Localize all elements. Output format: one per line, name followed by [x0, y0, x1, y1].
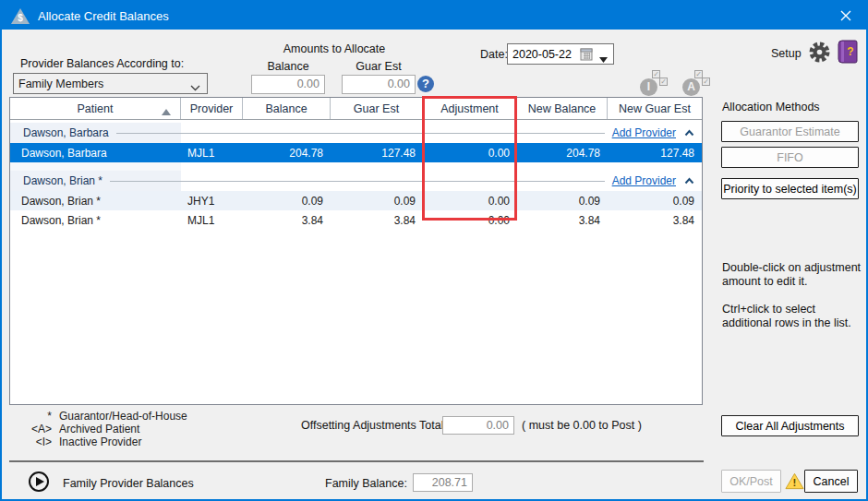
offsetting-total-label: Offsetting Adjustments Total: [301, 419, 447, 432]
tip-ctrl-click: Ctrl+click to select additional rows in … [722, 303, 868, 330]
column-header-patient[interactable]: Patient [10, 98, 181, 119]
add-provider-link[interactable]: Add Provider [612, 174, 676, 187]
offsetting-note: ( must be 0.00 to Post ) [522, 419, 642, 432]
legend-star-text: Guarantor/Head-of-House [59, 410, 187, 423]
legend-inactive-text: Inactive Provider [59, 435, 141, 448]
collapse-caret-icon[interactable] [684, 177, 694, 185]
table-header: Patient Provider Balance Guar Est Adjust… [10, 98, 702, 120]
cancel-button[interactable]: Cancel [804, 470, 858, 493]
title-bar: $ Allocate Credit Balances [2, 2, 866, 30]
legend-archived-text: Archived Patient [59, 423, 139, 435]
footer-divider [9, 460, 704, 462]
group-header-dawson-barbara: Dawson, Barbara Add Provider [10, 123, 702, 143]
group-name: Dawson, Brian * [23, 174, 102, 187]
date-label: Date: [480, 48, 508, 61]
column-header-provider[interactable]: Provider [181, 98, 243, 119]
table-row[interactable]: Dawson, Brian * JHY1 0.09 0.09 0.00 0.09… [10, 191, 702, 210]
balance-column-label: Balance [251, 60, 325, 73]
column-header-adjustment[interactable]: Adjustment [423, 98, 517, 119]
svg-text:$: $ [18, 13, 23, 23]
clear-all-adjustments-button[interactable]: Clear All Adjustments [721, 415, 859, 436]
chevron-down-icon [190, 81, 200, 94]
setup-label: Setup [771, 47, 802, 60]
column-header-new-guar-est[interactable]: New Guar Est [608, 98, 702, 119]
dollar-triangle-icon: $ [11, 8, 30, 24]
amounts-to-allocate-header: Amounts to Allocate [251, 42, 417, 55]
column-header-guar-est[interactable]: Guar Est [331, 98, 423, 119]
family-balance-label: Family Balance: [325, 477, 406, 490]
credit-balances-table: Patient Provider Balance Guar Est Adjust… [9, 97, 703, 405]
legend-star-symbol: * [24, 410, 52, 423]
column-header-new-balance[interactable]: New Balance [517, 98, 608, 119]
balance-to-allocate-field: 0.00 [251, 75, 325, 94]
income-transfer-icon: ✓ ✓ I [640, 70, 668, 96]
window-title: Allocate Credit Balances [38, 9, 169, 23]
group-name: Dawson, Barbara [23, 126, 109, 139]
collapse-caret-icon[interactable] [684, 129, 694, 137]
guar-est-column-label: Guar Est [342, 60, 416, 73]
adjustment-cell[interactable]: 0.00 [423, 214, 517, 227]
column-header-balance[interactable]: Balance [243, 98, 331, 119]
date-picker[interactable]: 2020-05-22 [507, 43, 614, 65]
provider-balances-select[interactable]: Family Members [13, 73, 208, 94]
allocate-credit-balances-dialog: $ Allocate Credit Balances Provider Bala… [0, 0, 868, 501]
tip-double-click: Double-click on adjustment amount to edi… [722, 261, 868, 289]
warning-icon: ! [785, 472, 804, 493]
help-question-icon[interactable]: ? [417, 76, 434, 92]
family-balance-field: 208.71 [413, 473, 473, 492]
calendar-icon[interactable] [580, 48, 593, 64]
ok-post-button[interactable]: OK/Post [721, 470, 781, 493]
fifo-button[interactable]: FIFO [721, 147, 859, 168]
table-row[interactable]: Dawson, Barbara MJL1 204.78 127.48 0.00 … [10, 143, 702, 162]
play-icon[interactable] [29, 471, 49, 492]
guar-est-to-allocate-field: 0.00 [342, 75, 416, 94]
help-manual-book-icon[interactable]: ? [838, 40, 859, 67]
sort-ascending-icon [162, 105, 171, 118]
provider-balances-value: Family Members [18, 78, 103, 90]
allocate-tool-icon: ✓ ✓ A [682, 70, 710, 96]
family-provider-balances-label: Family Provider Balances [63, 477, 194, 490]
table-row[interactable]: Dawson, Brian * MJL1 3.84 3.84 0.00 3.84… [10, 210, 702, 230]
date-dropdown-arrow-icon[interactable] [599, 53, 608, 66]
offsetting-total-field: 0.00 [442, 416, 514, 435]
adjustment-cell[interactable]: 0.00 [423, 195, 517, 208]
provider-balances-label: Provider Balances According to: [20, 57, 184, 70]
adjustment-cell[interactable]: 0.00 [423, 147, 517, 160]
add-provider-link[interactable]: Add Provider [612, 126, 676, 139]
group-header-dawson-brian: Dawson, Brian * Add Provider [10, 171, 702, 191]
close-icon[interactable] [826, 2, 866, 30]
allocate-tool-letter: A [682, 78, 700, 96]
allocation-methods-title: Allocation Methods [722, 101, 820, 113]
group-divider-line [110, 181, 605, 182]
column-header-label: Patient [78, 102, 114, 115]
legend-archived-symbol: <A> [24, 423, 52, 435]
priority-selected-button[interactable]: Priority to selected item(s) [721, 178, 859, 199]
date-value: 2020-05-22 [512, 48, 572, 61]
income-transfer-letter: I [640, 78, 657, 96]
guarantor-estimate-button[interactable]: Guarantor Estimate [721, 121, 859, 142]
svg-text:!: ! [793, 477, 797, 488]
group-divider-line [116, 133, 605, 134]
gear-icon[interactable] [807, 40, 832, 67]
legend-inactive-symbol: <I> [24, 435, 52, 448]
svg-text:?: ? [847, 45, 853, 58]
